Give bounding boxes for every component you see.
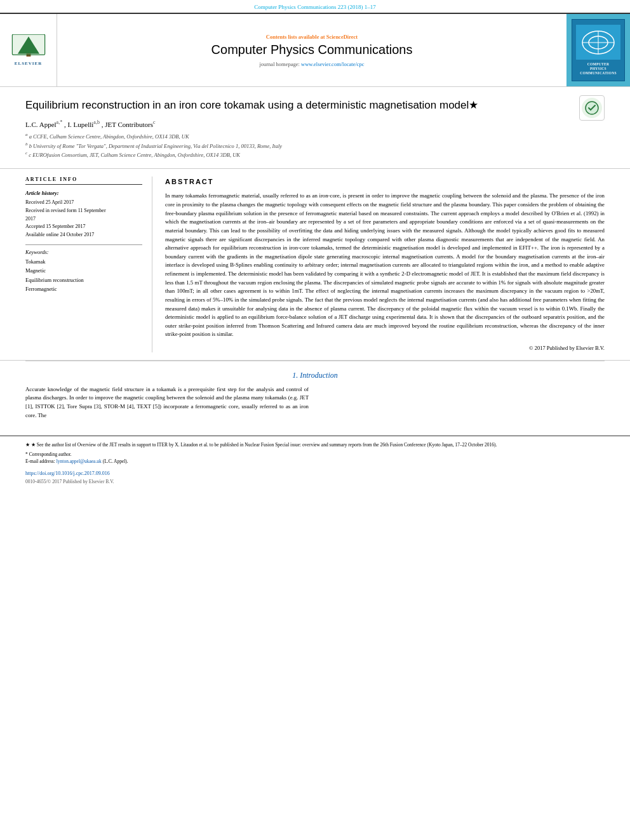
article-info-heading: Article Info	[25, 177, 142, 185]
revised-date: Received in revised form 11 September201…	[25, 207, 142, 223]
issn-line: 0010-4655/© 2017 Published by Elsevier B…	[0, 477, 630, 490]
journal-issue-link[interactable]: Computer Physics Communications 223 (201…	[254, 4, 376, 10]
check-icon	[582, 98, 602, 118]
intro-col-left: Accurate knowledge of the magnetic field…	[25, 385, 309, 420]
elsevier-logo: ELSEVIER	[6, 34, 51, 66]
journal-header: ELSEVIER Contents lists available at Sci…	[0, 13, 630, 87]
history-label: Article history:	[25, 190, 142, 196]
check-for-updates-badge	[579, 95, 605, 121]
paper-title-section: Equilibrium reconstruction in an iron co…	[0, 87, 630, 168]
author3-sup: c	[153, 119, 156, 125]
footnote-star: ★ ★ See the author list of Overview of t…	[25, 441, 605, 448]
journal-logo-image: COMPUTER PHYSICS COMMUNICATIONS	[572, 19, 625, 81]
author2-sup: a,b	[93, 119, 100, 125]
received-date: Received 25 April 2017	[25, 199, 142, 207]
keyword-4: Ferromagnetic	[25, 284, 142, 293]
keywords-list: Tokamak Magnetic Equilibrium reconstruct…	[25, 257, 142, 294]
logo-text: COMPUTER PHYSICS COMMUNICATIONS	[576, 62, 620, 76]
accepted-date: Accepted 15 September 2017	[25, 223, 142, 231]
sciencedirect-brand[interactable]: ScienceDirect	[326, 34, 358, 40]
affiliations: a a CCFE, Culham Science Centre, Abingdo…	[25, 131, 605, 159]
journal-logo-box: COMPUTER PHYSICS COMMUNICATIONS	[566, 14, 630, 86]
intro-two-col: Accurate knowledge of the magnetic field…	[25, 385, 605, 420]
paper-title: Equilibrium reconstruction in an iron co…	[25, 98, 573, 112]
email-name: (L.C. Appel).	[103, 458, 128, 464]
sciencedirect-notice: Contents lists available at ScienceDirec…	[266, 34, 358, 40]
journal-homepage-label: journal homepage: www.elsevier.com/locat…	[259, 61, 364, 67]
article-dates: Received 25 April 2017 Received in revis…	[25, 199, 142, 239]
journal-header-center: Contents lists available at ScienceDirec…	[57, 14, 566, 86]
elsevier-text-label: ELSEVIER	[15, 61, 42, 66]
online-date: Available online 24 October 2017	[25, 231, 142, 239]
keywords-label: Keywords:	[25, 249, 142, 255]
author1-sup: a,*	[57, 119, 63, 125]
journal-title: Computer Physics Communications	[211, 43, 413, 57]
affiliation-a: a a CCFE, Culham Science Centre, Abingdo…	[25, 131, 605, 141]
keyword-2: Magnetic	[25, 266, 142, 275]
star-footnote: ★	[469, 99, 478, 111]
intro-col-right	[321, 385, 605, 420]
doi-link[interactable]: https://doi.org/10.1016/j.cpc.2017.09.01…	[25, 470, 110, 476]
journal-logo-svg	[576, 25, 620, 60]
introduction-heading: 1. Introduction	[25, 371, 605, 380]
keyword-1: Tokamak	[25, 257, 142, 266]
abstract-column: Abstract In many tokamaks ferromagnetic …	[165, 177, 605, 352]
authors-line: L.C. Appela,* , I. Lupellia,b , JET Cont…	[25, 119, 573, 128]
email-link[interactable]: lynton.appel@ukaea.uk	[57, 458, 102, 464]
footnote-corresponding: * Corresponding author.	[25, 451, 605, 458]
footnote-section: ★ ★ See the author list of Overview of t…	[0, 436, 630, 468]
affiliation-c: c c EUROfusion Consortium, JET, Culham S…	[25, 150, 605, 159]
email-label: E-mail address:	[25, 458, 55, 464]
top-journal-link[interactable]: Computer Physics Communications 223 (201…	[0, 0, 630, 13]
elsevier-tree-icon	[10, 34, 48, 60]
article-info-column: Article Info Article history: Received 2…	[25, 177, 152, 352]
copyright-line: © 2017 Published by Elsevier B.V.	[165, 344, 605, 352]
doi-line: https://doi.org/10.1016/j.cpc.2017.09.01…	[0, 468, 630, 477]
footnote-email: E-mail address: lynton.appel@ukaea.uk (L…	[25, 458, 605, 465]
abstract-heading: Abstract	[165, 177, 605, 187]
introduction-section: 1. Introduction Accurate knowledge of th…	[0, 361, 630, 427]
journal-homepage-url[interactable]: www.elsevier.com/locate/cpc	[301, 61, 365, 67]
article-info-abstract: Article Info Article history: Received 2…	[0, 169, 630, 361]
keyword-3: Equilibrium reconstruction	[25, 276, 142, 284]
abstract-text: In many tokamaks ferromagnetic material,…	[165, 192, 605, 339]
footnote-star-symbol: ★	[25, 442, 31, 448]
affiliation-b: b b University of Rome "Tor Vergata", De…	[25, 141, 605, 150]
elsevier-logo-area: ELSEVIER	[0, 14, 57, 86]
